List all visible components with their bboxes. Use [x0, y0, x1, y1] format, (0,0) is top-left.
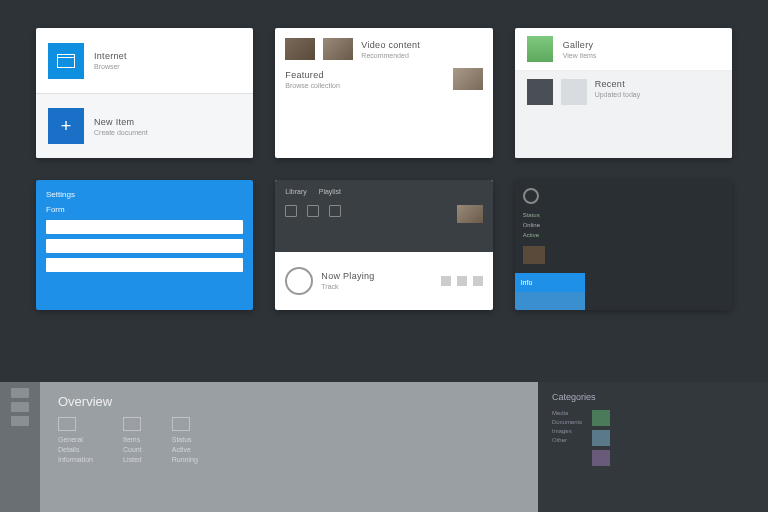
subtitle: Create document: [94, 129, 148, 136]
input-field[interactable]: [46, 239, 243, 253]
title: Gallery: [563, 40, 597, 50]
title: Internet: [94, 51, 127, 61]
media-row[interactable]: Video content Recommended: [285, 38, 482, 60]
overview-col: Items Count Listed: [123, 417, 142, 463]
panel-line[interactable]: Other: [552, 437, 582, 443]
col-head: General: [58, 436, 93, 443]
strip-sidebar: [0, 382, 40, 512]
strip-main: Overview General Details Information Ite…: [40, 382, 538, 512]
category-icon: [592, 410, 610, 426]
input-field[interactable]: [46, 220, 243, 234]
col-head: Items: [123, 436, 142, 443]
form-label: Form: [46, 205, 243, 214]
col-icon: [123, 417, 141, 431]
card-media[interactable]: Video content Recommended Featured Brows…: [275, 28, 492, 158]
form-header: Settings: [46, 190, 243, 199]
subtitle: Browser: [94, 63, 127, 70]
square-icon: [561, 79, 587, 105]
info-panel[interactable]: Info: [515, 273, 585, 292]
play-icon[interactable]: [457, 276, 467, 286]
card-form[interactable]: Settings Form: [36, 180, 253, 310]
now-title: Now Playing: [321, 271, 374, 281]
category-icon: [592, 430, 610, 446]
panel-title: Info: [521, 279, 579, 286]
next-icon[interactable]: [473, 276, 483, 286]
plus-icon: +: [48, 108, 84, 144]
col-line: Details: [58, 446, 93, 453]
tab-playlist[interactable]: Playlist: [319, 188, 341, 195]
overview-col: Status Active Running: [172, 417, 198, 463]
row-new[interactable]: + New Item Create document: [36, 93, 253, 158]
sidebar-item[interactable]: [11, 388, 29, 398]
tab-library[interactable]: Library: [285, 188, 306, 195]
status-line: Active: [523, 232, 724, 238]
col-line: Listed: [123, 456, 142, 463]
sidebar-item[interactable]: [11, 402, 29, 412]
panel-line[interactable]: Images: [552, 428, 582, 434]
now-meta: Track: [321, 283, 374, 290]
sort-icon[interactable]: [329, 205, 341, 217]
panel-title: Categories: [552, 392, 754, 402]
col-head: Status: [172, 436, 198, 443]
sidebar-item[interactable]: [11, 416, 29, 426]
window-icon: [48, 43, 84, 79]
thumbnail-icon: [523, 246, 545, 264]
meta: Recommended: [361, 52, 420, 59]
title: New Item: [94, 117, 148, 127]
grid-icon[interactable]: [285, 205, 297, 217]
progress-ring-icon[interactable]: [285, 267, 313, 295]
title: Featured: [285, 70, 339, 80]
card-player[interactable]: Library Playlist Now Playing Track: [275, 180, 492, 310]
action-bar[interactable]: [515, 292, 585, 310]
row-internet[interactable]: Internet Browser: [36, 28, 253, 93]
gallery-header[interactable]: Gallery View items: [515, 28, 732, 71]
panel-line[interactable]: Documents: [552, 419, 582, 425]
prev-icon[interactable]: [441, 276, 451, 286]
panel-line[interactable]: Media: [552, 410, 582, 416]
col-icon: [172, 417, 190, 431]
thumbnail-icon: [453, 68, 483, 90]
list-icon[interactable]: [307, 205, 319, 217]
col-line: Running: [172, 456, 198, 463]
gallery-icon: [527, 36, 553, 62]
strip-title: Overview: [58, 394, 520, 409]
title: Video content: [361, 40, 420, 50]
col-line: Active: [172, 446, 198, 453]
thumbnail-icon: [323, 38, 353, 60]
col-line: Information: [58, 456, 93, 463]
category-icon: [592, 450, 610, 466]
meta: View items: [563, 52, 597, 59]
status-line: Status: [523, 212, 724, 218]
col-icon: [58, 417, 76, 431]
strip-panel: Categories Media Documents Images Other: [538, 382, 768, 512]
input-field[interactable]: [46, 258, 243, 272]
thumbnail-icon: [457, 205, 483, 223]
thumbnail-icon: [285, 38, 315, 60]
status-line: Online: [523, 222, 724, 228]
status-ring-icon: [523, 188, 539, 204]
card-status[interactable]: Status Online Active Info: [515, 180, 732, 310]
media-row[interactable]: Featured Browse collection: [285, 68, 482, 90]
meta: Updated today: [595, 91, 641, 98]
bottom-strip: Overview General Details Information Ite…: [0, 382, 768, 512]
square-icon: [527, 79, 553, 105]
overview-col: General Details Information: [58, 417, 93, 463]
card-browser[interactable]: Internet Browser + New Item Create docum…: [36, 28, 253, 158]
meta: Browse collection: [285, 82, 339, 89]
col-line: Count: [123, 446, 142, 453]
title: Recent: [595, 79, 641, 89]
card-gallery[interactable]: Gallery View items Recent Updated today: [515, 28, 732, 158]
